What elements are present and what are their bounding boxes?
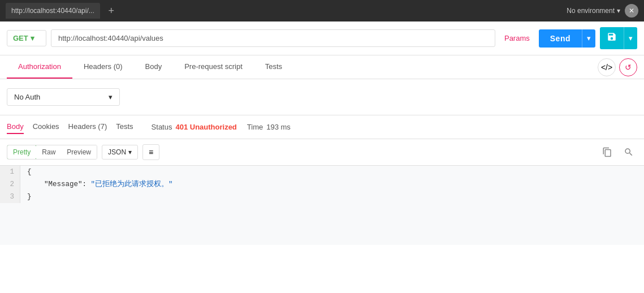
code-line-3: 3 } [0,191,644,203]
format-tab-raw[interactable]: Raw [36,145,61,159]
format-tab-preview[interactable]: Preview [61,145,97,159]
req-tab-actions: </> ↺ [598,58,637,76]
env-close-button[interactable]: ✕ [625,4,638,18]
search-button[interactable] [620,144,637,161]
line-number: 2 [0,178,20,191]
res-tab-cookies[interactable]: Cookies [33,120,59,134]
tab-body[interactable]: Body [134,55,174,79]
line-number: 1 [0,166,20,178]
method-select[interactable]: GET ▾ [7,30,46,46]
tab-headers[interactable]: Headers (0) [72,55,134,79]
line-content: "Message": "已拒绝为此请求授权。" [20,178,180,191]
json-format-select[interactable]: JSON ▾ [102,145,138,160]
method-chevron-icon: ▾ [31,34,34,42]
auth-type-select[interactable]: No Auth ▾ [7,88,120,106]
toolbar-right-actions [599,144,637,161]
wrap-button[interactable]: ≡ [142,144,159,160]
response-section: Body Cookies Headers (7) Tests Status 40… [0,115,644,245]
time-value: 193 ms [266,123,291,131]
json-chevron-icon: ▾ [128,148,132,156]
auth-chevron-icon: ▾ [109,93,113,101]
response-meta: Status 401 Unauthorized Time 193 ms [152,123,291,131]
params-button[interactable]: Params [500,31,534,46]
save-button[interactable] [600,27,624,49]
request-tabs: Authorization Headers (0) Body Pre-reque… [0,55,644,79]
copy-icon [602,147,612,157]
code-button[interactable]: </> [598,58,616,76]
top-bar-right: No environment ▾ ✕ [567,4,638,18]
tab-url[interactable]: http://localhost:40440/api/... [6,3,100,19]
response-code-area: 1 { 2 "Message": "已拒绝为此请求授权。" 3 } [0,166,644,245]
status-label: Status [152,123,172,131]
format-tabs: Pretty Raw Preview [7,145,97,160]
url-input[interactable] [51,29,495,47]
response-tabs-bar: Body Cookies Headers (7) Tests Status 40… [0,115,644,139]
tab-tests[interactable]: Tests [254,55,293,79]
res-tab-tests[interactable]: Tests [116,120,133,134]
tab-pre-request-script[interactable]: Pre-request script [173,55,254,79]
json-select-label: JSON [108,148,126,156]
env-label: No environment [567,7,615,15]
reset-button[interactable]: ↺ [619,58,637,76]
send-button-group: Send ▾ [539,29,595,48]
time-label: Time [247,123,263,131]
status-value: 401 Unauthorized [175,123,236,131]
line-content: { [20,166,38,178]
copy-button[interactable] [599,144,616,161]
send-button[interactable]: Send [539,29,582,48]
search-icon [624,147,634,157]
code-line-1: 1 { [0,166,644,178]
auth-section: No Auth ▾ [0,79,644,115]
res-tab-body[interactable]: Body [7,120,24,134]
res-tab-headers[interactable]: Headers (7) [68,120,107,134]
tab-authorization[interactable]: Authorization [7,55,72,79]
auth-type-label: No Auth [14,93,40,101]
line-content: } [20,191,38,203]
code-line-2: 2 "Message": "已拒绝为此请求授权。" [0,178,644,191]
request-bar: GET ▾ Params Send ▾ ▾ [0,21,644,55]
save-icon [607,32,617,42]
format-tab-pretty[interactable]: Pretty [7,145,37,160]
line-number: 3 [0,191,20,203]
environment-selector[interactable]: No environment ▾ [567,7,620,15]
top-bar: http://localhost:40440/api/... + No envi… [0,0,644,21]
send-dropdown-button[interactable]: ▾ [582,29,595,48]
save-dropdown-button[interactable]: ▾ [624,27,637,49]
response-toolbar: Pretty Raw Preview JSON ▾ ≡ [0,139,644,166]
env-chevron-icon: ▾ [617,7,620,15]
save-button-group: ▾ [600,27,637,49]
add-tab-button[interactable]: + [105,4,118,18]
method-label: GET [13,34,28,42]
